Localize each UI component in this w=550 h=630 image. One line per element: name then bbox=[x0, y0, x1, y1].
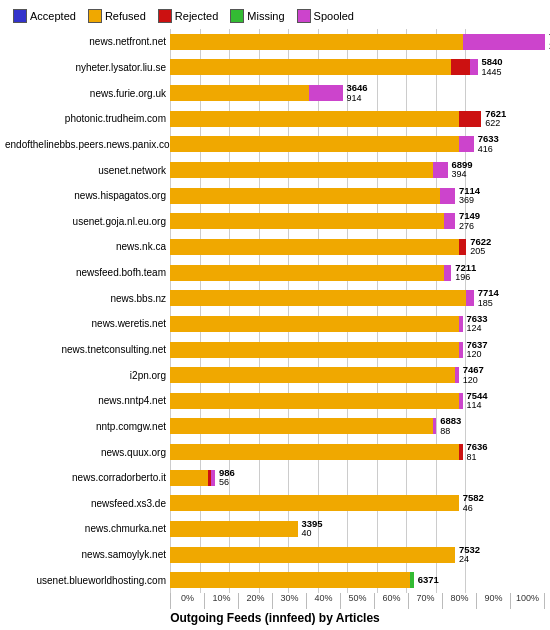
row-label: news.corradorberto.it bbox=[5, 472, 170, 483]
bar-segment-spooled bbox=[470, 59, 478, 75]
bar-area: 3646914 bbox=[170, 85, 545, 101]
bar-area: 763681 bbox=[170, 444, 545, 460]
x-tick: 0% bbox=[170, 593, 204, 609]
bar-segment-spooled bbox=[211, 470, 215, 486]
bar-segment-refused bbox=[170, 521, 298, 537]
val-sub: 120 bbox=[463, 375, 484, 385]
x-tick: 80% bbox=[442, 593, 476, 609]
legend-box-spooled bbox=[297, 9, 311, 23]
bar-segment-spooled bbox=[309, 85, 343, 101]
table-row: news.netfront.net76182222 bbox=[5, 29, 545, 55]
legend-label-rejected: Rejected bbox=[175, 10, 218, 22]
table-row: photonic.trudheim.com7621622 bbox=[5, 106, 545, 132]
bar-area: 7467120 bbox=[170, 367, 545, 383]
row-label: newsfeed.bofh.team bbox=[5, 267, 170, 278]
row-values: 98656 bbox=[217, 468, 235, 488]
val-main: 6371 bbox=[418, 575, 439, 585]
row-label: news.tnetconsulting.net bbox=[5, 344, 170, 355]
table-row: i2pn.org7467120 bbox=[5, 362, 545, 388]
x-axis: 0%10%20%30%40%50%60%70%80%90%100% bbox=[170, 593, 545, 609]
val-sub: 40 bbox=[301, 529, 322, 539]
val-sub: 369 bbox=[459, 196, 480, 206]
row-values: 7544114 bbox=[464, 391, 487, 411]
table-row: news.quux.org763681 bbox=[5, 439, 545, 465]
row-values: 688388 bbox=[438, 416, 461, 436]
val-sub: 622 bbox=[485, 119, 506, 129]
x-tick: 60% bbox=[374, 593, 408, 609]
row-values: 6899394 bbox=[449, 160, 472, 180]
row-values: 753224 bbox=[457, 544, 480, 564]
x-tick: 20% bbox=[238, 593, 272, 609]
chart-area: news.netfront.net76182222nyheter.lysator… bbox=[5, 29, 545, 625]
bar-segment-spooled bbox=[444, 213, 455, 229]
legend-label-refused: Refused bbox=[105, 10, 146, 22]
bar-segment-spooled bbox=[433, 162, 448, 178]
bar-area: 7544114 bbox=[170, 393, 545, 409]
legend-box-rejected bbox=[158, 9, 172, 23]
legend-item-refused: Refused bbox=[88, 9, 146, 23]
bar-segment-refused bbox=[170, 316, 459, 332]
bar-segment-refused bbox=[170, 136, 459, 152]
table-row: news.samoylyk.net753224 bbox=[5, 542, 545, 568]
val-sub: 394 bbox=[451, 170, 472, 180]
bar-area: 7633124 bbox=[170, 316, 545, 332]
row-label: photonic.trudheim.com bbox=[5, 113, 170, 124]
bar-segment-rejected bbox=[451, 59, 470, 75]
bar-area: 7211196 bbox=[170, 265, 545, 281]
bar-area: 7621622 bbox=[170, 111, 545, 127]
table-row: news.bbs.nz7714185 bbox=[5, 285, 545, 311]
bar-segment-missing bbox=[410, 572, 414, 588]
bar-segment-refused bbox=[170, 367, 455, 383]
bar-segment-refused bbox=[170, 162, 433, 178]
row-values: 7114369 bbox=[457, 185, 480, 205]
table-row: news.weretis.net7633124 bbox=[5, 311, 545, 337]
bar-area: 7149276 bbox=[170, 213, 545, 229]
bar-segment-rejected bbox=[459, 239, 467, 255]
bar-segment-spooled bbox=[440, 188, 455, 204]
bar-segment-refused bbox=[170, 188, 440, 204]
row-label: news.netfront.net bbox=[5, 36, 170, 47]
bar-segment-refused bbox=[170, 34, 463, 50]
table-row: usenet.goja.nl.eu.org7149276 bbox=[5, 208, 545, 234]
row-values: 7621622 bbox=[483, 109, 506, 129]
legend-item-spooled: Spooled bbox=[297, 9, 354, 23]
row-values: 7637120 bbox=[464, 339, 487, 359]
val-sub: 114 bbox=[466, 401, 487, 411]
row-values: 7622205 bbox=[468, 237, 491, 257]
x-tick: 70% bbox=[408, 593, 442, 609]
bar-segment-spooled bbox=[459, 342, 463, 358]
table-row: usenet.blueworldhosting.com6371 bbox=[5, 567, 545, 593]
row-label: usenet.blueworldhosting.com bbox=[5, 575, 170, 586]
table-row: news.chmurka.net339540 bbox=[5, 516, 545, 542]
bar-segment-refused bbox=[170, 85, 309, 101]
row-values: 58401445 bbox=[479, 57, 502, 77]
legend-item-missing: Missing bbox=[230, 9, 284, 23]
row-values: 7633124 bbox=[464, 314, 487, 334]
table-row: news.furie.org.uk3646914 bbox=[5, 80, 545, 106]
row-label: news.quux.org bbox=[5, 447, 170, 458]
val-sub: 914 bbox=[346, 93, 367, 103]
bar-segment-refused bbox=[170, 547, 455, 563]
row-values: 339540 bbox=[299, 519, 322, 539]
val-sub: 46 bbox=[463, 504, 484, 514]
row-values: 3646914 bbox=[344, 83, 367, 103]
x-tick: 10% bbox=[204, 593, 238, 609]
table-row: news.tnetconsulting.net7637120 bbox=[5, 337, 545, 363]
bar-area: 7637120 bbox=[170, 342, 545, 358]
bar-segment-refused bbox=[170, 239, 459, 255]
legend-box-missing bbox=[230, 9, 244, 23]
bar-segment-refused bbox=[170, 393, 459, 409]
row-label: nntp.comgw.net bbox=[5, 421, 170, 432]
table-row: newsfeed.xs3.de758246 bbox=[5, 491, 545, 517]
row-label: news.samoylyk.net bbox=[5, 549, 170, 560]
val-sub: 124 bbox=[466, 324, 487, 334]
bar-segment-spooled bbox=[459, 316, 463, 332]
chart-container: Accepted Refused Rejected Missing Spoole… bbox=[0, 0, 550, 630]
bar-segment-spooled bbox=[459, 136, 474, 152]
x-tick: 50% bbox=[340, 593, 374, 609]
row-label: usenet.goja.nl.eu.org bbox=[5, 216, 170, 227]
bar-segment-spooled bbox=[466, 290, 474, 306]
val-sub: 185 bbox=[478, 298, 499, 308]
row-values: 7714185 bbox=[476, 288, 499, 308]
bar-area: 7622205 bbox=[170, 239, 545, 255]
